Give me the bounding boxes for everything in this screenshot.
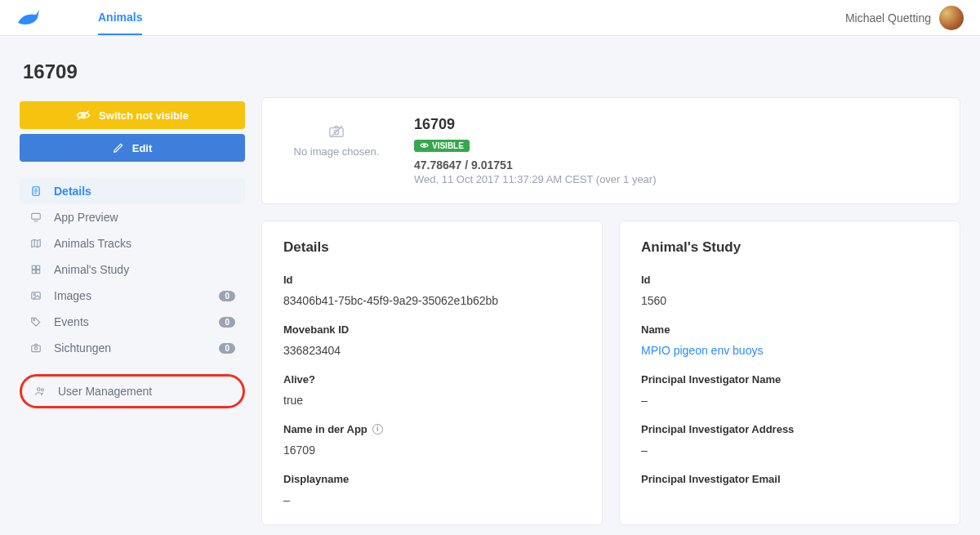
svg-rect-6 <box>32 213 41 219</box>
field-label-pi-email: Principal Investigator Email <box>641 473 938 485</box>
field-value-study-id: 1560 <box>641 294 938 307</box>
sidebar-item-sichtungen[interactable]: Sichtungen 0 <box>20 335 245 361</box>
svg-rect-10 <box>32 265 35 269</box>
field-label-study-id: Id <box>641 274 938 286</box>
svg-point-20 <box>41 389 43 391</box>
sidebar-item-animals-tracks[interactable]: Animals Tracks <box>20 230 245 256</box>
field-value-id: 83406b41-75bc-45f9-9a29-35062e1b62bb <box>283 294 581 307</box>
visibility-badge: VISIBLE <box>414 140 470 152</box>
field-value-displayname: – <box>283 493 581 506</box>
animal-id-title: 16709 <box>414 116 657 133</box>
field-value-movebank: 336823404 <box>283 344 581 357</box>
card-title: Animal's Study <box>641 239 938 256</box>
image-icon <box>29 290 42 301</box>
sidebar-item-label: Sichtungen <box>54 341 111 354</box>
field-label-pi-addr: Principal Investigator Address <box>641 423 938 435</box>
info-icon[interactable]: i <box>372 424 383 435</box>
sidebar-item-app-preview[interactable]: App Preview <box>20 204 245 230</box>
count-badge: 0 <box>219 343 235 354</box>
sidebar-item-label: Images <box>54 289 91 302</box>
card-title: Details <box>283 239 581 256</box>
users-icon <box>33 386 47 397</box>
field-label-name-app: Name in der App i <box>283 423 581 435</box>
sidebar-item-label: Animals Tracks <box>54 237 131 250</box>
image-placeholder: No image chosen. <box>283 116 390 158</box>
count-badge: 0 <box>219 317 235 328</box>
timestamp: Wed, 11 Oct 2017 11:37:29 AM CEST (over … <box>414 173 657 185</box>
details-card: Details Id 83406b41-75bc-45f9-9a29-35062… <box>261 221 603 525</box>
monitor-icon <box>29 212 42 223</box>
field-label-displayname: Displayname <box>283 473 581 485</box>
svg-rect-14 <box>32 292 41 299</box>
field-value-pi-addr: – <box>641 444 938 457</box>
avatar[interactable] <box>939 6 964 30</box>
sidebar-item-images[interactable]: Images 0 <box>20 283 245 309</box>
field-value-alive: true <box>283 394 581 407</box>
count-badge: 0 <box>219 291 235 301</box>
field-value-pi-name: – <box>641 394 938 407</box>
sidebar-item-label: Details <box>54 185 91 198</box>
highlight-annotation: User Management <box>20 374 245 408</box>
svg-rect-12 <box>32 270 35 274</box>
edit-button[interactable]: Edit <box>20 134 245 162</box>
page-title: 16709 <box>23 60 245 83</box>
field-label-id: Id <box>283 274 581 286</box>
svg-rect-17 <box>32 346 41 352</box>
sidebar-item-events[interactable]: Events 0 <box>20 309 245 335</box>
switch-not-visible-button[interactable]: Switch not visible <box>20 101 245 129</box>
map-icon <box>29 238 42 249</box>
sidebar-item-details[interactable]: Details <box>20 178 245 204</box>
document-icon <box>29 185 42 197</box>
app-logo[interactable] <box>16 7 41 29</box>
sidebar-item-label: App Preview <box>54 211 118 224</box>
svg-point-24 <box>423 145 425 146</box>
username: Michael Quetting <box>845 11 931 25</box>
field-label-alive: Alive? <box>283 373 581 386</box>
sidebar: Details App Preview Animals Tracks Anima… <box>20 178 245 408</box>
topbar: Animals Michael Quetting <box>0 0 980 36</box>
svg-rect-13 <box>37 270 40 274</box>
sidebar-item-label: User Management <box>58 385 152 398</box>
coordinates: 47.78647 / 9.01751 <box>414 158 657 172</box>
svg-point-18 <box>34 347 38 350</box>
svg-point-15 <box>33 294 35 296</box>
camera-icon <box>29 342 42 354</box>
visibility-off-icon <box>76 109 91 121</box>
field-label-study-name: Name <box>641 323 938 336</box>
tag-icon <box>29 316 42 328</box>
camera-off-icon <box>327 124 345 139</box>
pencil-icon <box>113 142 124 154</box>
field-label-movebank: Movebank ID <box>283 323 581 336</box>
sidebar-item-label: Animal's Study <box>54 263 129 276</box>
study-name-link[interactable]: MPIO pigeon env buoys <box>641 344 938 357</box>
sidebar-item-animals-study[interactable]: Animal's Study <box>20 256 245 283</box>
field-label-pi-name: Principal Investigator Name <box>641 373 938 386</box>
svg-rect-11 <box>37 265 40 269</box>
study-card: Animal's Study Id 1560 Name MPIO pigeon … <box>619 221 960 525</box>
grid-icon <box>29 264 42 275</box>
header-card: No image chosen. 16709 VISIBLE 47.78647 … <box>261 97 960 204</box>
sidebar-item-user-management[interactable]: User Management <box>22 377 243 406</box>
sidebar-item-label: Events <box>54 315 89 328</box>
svg-point-16 <box>33 319 35 321</box>
eye-icon <box>420 142 429 149</box>
field-value-name-app: 16709 <box>283 444 581 457</box>
nav-animals[interactable]: Animals <box>98 1 142 35</box>
svg-point-19 <box>38 388 41 391</box>
